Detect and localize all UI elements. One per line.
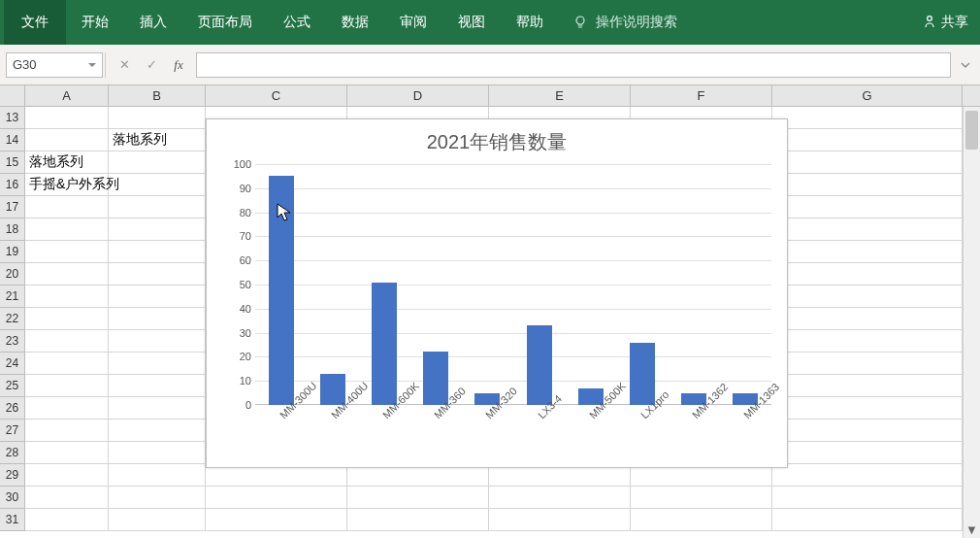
row-header-27[interactable]: 27: [0, 420, 25, 442]
tab-file[interactable]: 文件: [4, 0, 66, 45]
cell-G19[interactable]: [772, 241, 963, 263]
cell-B17[interactable]: [109, 196, 206, 219]
column-header-F[interactable]: F: [631, 85, 772, 106]
cell-A27[interactable]: [25, 420, 109, 442]
row-header-22[interactable]: 22: [0, 308, 25, 330]
column-header-E[interactable]: E: [489, 85, 631, 106]
row-header-31[interactable]: 31: [0, 509, 25, 531]
chart-bar[interactable]: [423, 352, 448, 405]
cell-B22[interactable]: [109, 308, 206, 330]
cell-A29[interactable]: [25, 464, 109, 487]
cell-B28[interactable]: [109, 442, 206, 464]
cell-B16[interactable]: [109, 174, 206, 196]
row-header-15[interactable]: 15: [0, 151, 25, 174]
share-button[interactable]: 共享: [922, 14, 968, 31]
cell-C30[interactable]: [206, 487, 347, 509]
cell-A18[interactable]: [25, 219, 109, 241]
cell-A26[interactable]: [25, 397, 109, 420]
cell-G26[interactable]: [772, 397, 963, 420]
row-header-29[interactable]: 29: [0, 464, 25, 487]
cell-E31[interactable]: [489, 509, 631, 531]
column-header-D[interactable]: D: [347, 85, 489, 106]
cell-G13[interactable]: [772, 107, 963, 129]
chart-bar[interactable]: [527, 325, 552, 405]
tab-data[interactable]: 数据: [326, 0, 384, 45]
tab-help[interactable]: 帮助: [501, 0, 559, 45]
vertical-scrollbar[interactable]: ▲ ▼: [963, 107, 980, 538]
tell-me-search[interactable]: 操作说明搜索: [559, 14, 691, 31]
cell-G30[interactable]: [772, 487, 963, 509]
cell-B15[interactable]: [109, 151, 206, 174]
row-header-17[interactable]: 17: [0, 196, 25, 219]
row-header-20[interactable]: 20: [0, 263, 25, 286]
cell-B30[interactable]: [109, 487, 206, 509]
row-header-30[interactable]: 30: [0, 487, 25, 509]
cell-A13[interactable]: [25, 107, 109, 129]
cell-A21[interactable]: [25, 286, 109, 308]
cell-G20[interactable]: [772, 263, 963, 286]
cell-A16[interactable]: 手摇&户外系列: [25, 174, 109, 196]
cell-B24[interactable]: [109, 353, 206, 375]
row-header-25[interactable]: 25: [0, 375, 25, 397]
cell-B13[interactable]: [109, 107, 206, 129]
tab-insert[interactable]: 插入: [124, 0, 182, 45]
tab-review[interactable]: 审阅: [384, 0, 442, 45]
cell-A14[interactable]: [25, 129, 109, 151]
row-header-24[interactable]: 24: [0, 353, 25, 375]
chart-bar[interactable]: [269, 176, 294, 405]
column-header-C[interactable]: C: [206, 85, 347, 106]
column-header-B[interactable]: B: [109, 85, 206, 106]
scroll-thumb[interactable]: [965, 111, 978, 150]
cell-A23[interactable]: [25, 330, 109, 353]
cell-A19[interactable]: [25, 241, 109, 263]
cell-G28[interactable]: [772, 442, 963, 464]
cell-A20[interactable]: [25, 263, 109, 286]
cell-F30[interactable]: [631, 487, 772, 509]
cell-D31[interactable]: [347, 509, 489, 531]
cell-B23[interactable]: [109, 330, 206, 353]
cell-G23[interactable]: [772, 330, 963, 353]
cell-G22[interactable]: [772, 308, 963, 330]
cell-B18[interactable]: [109, 219, 206, 241]
chart-title[interactable]: 2021年销售数量: [207, 119, 787, 159]
name-box[interactable]: G30: [6, 52, 103, 78]
cell-E30[interactable]: [489, 487, 631, 509]
cell-B21[interactable]: [109, 286, 206, 308]
cell-A28[interactable]: [25, 442, 109, 464]
insert-function-button[interactable]: fx: [165, 52, 192, 78]
cell-A24[interactable]: [25, 353, 109, 375]
scroll-down-arrow[interactable]: ▼: [964, 521, 980, 538]
cell-G29[interactable]: [772, 464, 963, 487]
cell-C31[interactable]: [206, 509, 347, 531]
row-header-16[interactable]: 16: [0, 174, 25, 196]
tab-formulas[interactable]: 公式: [268, 0, 326, 45]
row-header-21[interactable]: 21: [0, 286, 25, 308]
cell-A30[interactable]: [25, 487, 109, 509]
chart-bar[interactable]: [630, 343, 655, 405]
cell-G31[interactable]: [772, 509, 963, 531]
cell-B31[interactable]: [109, 509, 206, 531]
cell-A15[interactable]: 落地系列: [25, 151, 109, 174]
cell-G15[interactable]: [772, 151, 963, 174]
cell-B20[interactable]: [109, 263, 206, 286]
cell-D30[interactable]: [347, 487, 489, 509]
expand-formula-bar[interactable]: [957, 52, 974, 78]
tab-home[interactable]: 开始: [66, 0, 124, 45]
row-header-14[interactable]: 14: [0, 129, 25, 151]
cell-G17[interactable]: [772, 196, 963, 219]
row-header-19[interactable]: 19: [0, 241, 25, 263]
row-header-23[interactable]: 23: [0, 330, 25, 353]
cell-A25[interactable]: [25, 375, 109, 397]
cell-B26[interactable]: [109, 397, 206, 420]
cell-G21[interactable]: [772, 286, 963, 308]
cell-B19[interactable]: [109, 241, 206, 263]
cell-B14[interactable]: 落地系列: [109, 129, 206, 151]
column-header-G[interactable]: G: [772, 85, 963, 106]
cell-G24[interactable]: [772, 353, 963, 375]
formula-input[interactable]: [196, 52, 951, 78]
cell-A31[interactable]: [25, 509, 109, 531]
cell-A17[interactable]: [25, 196, 109, 219]
cell-B25[interactable]: [109, 375, 206, 397]
cell-G16[interactable]: [772, 174, 963, 196]
column-header-A[interactable]: A: [25, 85, 109, 106]
